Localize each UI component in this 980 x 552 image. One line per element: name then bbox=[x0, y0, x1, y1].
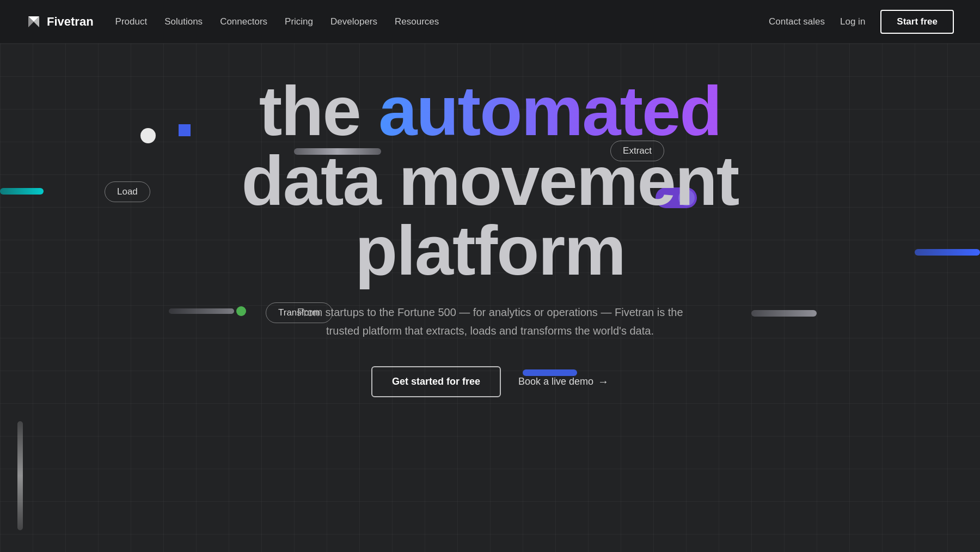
nav-link-product[interactable]: Product bbox=[115, 16, 148, 27]
load-pill: Load bbox=[105, 181, 150, 202]
nav-link-developers[interactable]: Developers bbox=[330, 16, 377, 27]
nav-link-solutions[interactable]: Solutions bbox=[164, 16, 203, 27]
hero-line1: the automated bbox=[163, 76, 817, 146]
nav-item-solutions[interactable]: Solutions bbox=[164, 16, 203, 27]
hero-content: the automated data movement platform Fro… bbox=[163, 76, 817, 397]
contact-sales-link[interactable]: Contact sales bbox=[769, 16, 825, 27]
deco-bar-right-top bbox=[915, 249, 980, 256]
logo-link[interactable]: Fivetran bbox=[26, 14, 94, 29]
deco-vert-bar-left bbox=[17, 421, 23, 530]
get-started-button[interactable]: Get started for free bbox=[371, 366, 501, 397]
nav-link-resources[interactable]: Resources bbox=[395, 16, 439, 27]
hero-section: ✓ Extract Load Transform the automated d… bbox=[0, 44, 980, 552]
nav-link-connectors[interactable]: Connectors bbox=[220, 16, 267, 27]
nav-link-pricing[interactable]: Pricing bbox=[285, 16, 313, 27]
book-demo-button[interactable]: Book a live demo → bbox=[518, 375, 609, 388]
nav-item-product[interactable]: Product bbox=[115, 16, 148, 27]
nav-item-pricing[interactable]: Pricing bbox=[285, 16, 313, 27]
hero-headline: the automated data movement platform bbox=[163, 76, 817, 286]
start-free-button[interactable]: Start free bbox=[880, 10, 954, 34]
login-link[interactable]: Log in bbox=[840, 16, 865, 27]
nav-right: Contact sales Log in Start free bbox=[769, 10, 954, 34]
nav-left: Fivetran Product Solutions Connectors Pr… bbox=[26, 14, 439, 29]
nav-item-resources[interactable]: Resources bbox=[395, 16, 439, 27]
deco-circle-white bbox=[140, 128, 156, 143]
fivetran-logo-icon bbox=[26, 14, 41, 29]
hero-subtext: From startups to the Fortune 500 — for a… bbox=[283, 303, 697, 340]
arrow-icon: → bbox=[598, 375, 609, 388]
hero-text-the: the bbox=[259, 72, 379, 150]
nav-links: Product Solutions Connectors Pricing Dev… bbox=[115, 16, 439, 27]
hero-line3: platform bbox=[163, 216, 817, 286]
navigation: Fivetran Product Solutions Connectors Pr… bbox=[0, 0, 980, 44]
logo-text: Fivetran bbox=[47, 15, 94, 29]
hero-line2: data movement bbox=[163, 146, 817, 216]
nav-item-connectors[interactable]: Connectors bbox=[220, 16, 267, 27]
hero-text-automated: automated bbox=[378, 72, 721, 150]
nav-item-developers[interactable]: Developers bbox=[330, 16, 377, 27]
hero-ctas: Get started for free Book a live demo → bbox=[163, 366, 817, 397]
deco-bar-left-teal bbox=[0, 188, 44, 195]
book-demo-text: Book a live demo bbox=[518, 376, 593, 387]
